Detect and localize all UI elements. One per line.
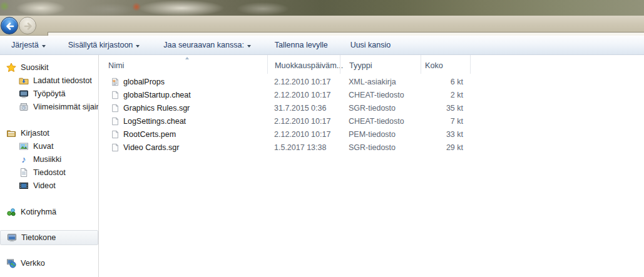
sidebar-item-label: Videot	[33, 181, 56, 190]
sidebar-section-homegroup[interactable]: Kotiryhmä	[0, 205, 98, 218]
column-headers: Nimi Muokkauspäiväm... Tyyppi Koko	[99, 55, 644, 74]
sidebar-item-pictures[interactable]: Kuvat	[0, 139, 98, 153]
column-header-type[interactable]: Tyyppi	[340, 55, 421, 74]
burn-to-disc-label: Tallenna levylle	[275, 41, 328, 49]
file-modified: 31.7.2015 0:36	[267, 104, 340, 113]
file-name: globalStartup.cheat	[123, 91, 191, 99]
organize-menu-button[interactable]: Järjestä	[8, 38, 49, 52]
content-area: Suosikit Ladatut tiedostot	[0, 55, 644, 277]
file-size: 7 kt	[421, 117, 471, 126]
file-size: 33 kt	[421, 130, 471, 139]
file-name: Graphics Rules.sgr	[123, 104, 190, 113]
sidebar-item-downloads[interactable]: Ladatut tiedostot	[0, 74, 98, 87]
sidebar-item-documents[interactable]: Tiedostot	[0, 166, 98, 179]
network-icon	[6, 258, 16, 268]
file-size: 35 kt	[421, 104, 471, 113]
chevron-down-icon	[247, 45, 251, 48]
sidebar-item-videos[interactable]: Videot	[0, 179, 98, 192]
sidebar-section-label: Kotiryhmä	[21, 208, 56, 216]
desktop-icon	[19, 89, 29, 99]
file-type: CHEAT-tiedosto	[340, 117, 421, 126]
sidebar-item-label: Viimeisimmät sijainni	[33, 103, 99, 111]
libraries-icon	[6, 128, 16, 138]
sidebar-item-label: Musiikki	[33, 155, 61, 164]
homegroup-icon	[6, 207, 16, 217]
file-modified: 2.12.2010 10:17	[267, 91, 340, 99]
file-name: Video Cards.sgr	[123, 143, 179, 152]
sidebar-section-network[interactable]: Verkko	[0, 256, 98, 269]
file-modified: 2.12.2010 10:17	[267, 130, 340, 139]
sidebar-item-music[interactable]: ♪ Musiikki	[0, 153, 98, 166]
table-row[interactable]: Video Cards.sgr 1.5.2017 13:38 SGR-tiedo…	[99, 141, 644, 154]
file-icon	[111, 143, 120, 152]
file-name: globalProps	[123, 78, 165, 86]
share-with-label: Jaa seuraavan kanssa:	[163, 41, 244, 49]
navigation-band: Tietokone Paikallinen levy (C:) Program …	[0, 16, 644, 36]
sidebar-item-desktop[interactable]: Työpöytä	[0, 87, 98, 100]
sidebar-item-label: Ladatut tiedostot	[33, 76, 92, 85]
file-size: 6 kt	[421, 78, 471, 86]
documents-icon	[19, 168, 29, 178]
burn-to-disc-button[interactable]: Tallenna levylle	[271, 38, 332, 52]
file-list-pane: Nimi Muokkauspäiväm... Tyyppi Koko	[99, 55, 644, 277]
file-type: PEM-tiedosto	[340, 130, 421, 139]
sidebar-section-label: Kirjastot	[21, 129, 49, 138]
file-name: RootCerts.pem	[123, 130, 176, 139]
sidebar-item-label: Työpöytä	[33, 89, 66, 98]
music-note-icon: ♪	[19, 154, 29, 164]
videos-icon	[19, 181, 29, 191]
explorer-window: Tietokone Paikallinen levy (C:) Program …	[0, 0, 644, 277]
sidebar-item-label: Kuvat	[33, 142, 53, 151]
table-row[interactable]: Graphics Rules.sgr 31.7.2015 0:36 SGR-ti…	[99, 101, 644, 114]
sidebar-section-label: Verkko	[21, 259, 45, 268]
file-icon	[111, 104, 120, 113]
sidebar-section-computer[interactable]: Tietokone	[0, 230, 98, 245]
file-modified: 2.12.2010 10:17	[267, 117, 340, 126]
sidebar-section-libraries[interactable]: Kirjastot	[0, 126, 98, 139]
column-header-name[interactable]: Nimi	[99, 55, 267, 74]
desktop-aero-blur-strip	[0, 0, 644, 16]
file-icon	[111, 130, 120, 139]
table-row[interactable]: globalProps 2.12.2010 10:17 XML-asiakirj…	[99, 75, 644, 88]
file-icon	[111, 91, 120, 99]
recent-places-icon	[19, 102, 29, 112]
file-type: SGR-tiedosto	[340, 143, 421, 152]
chevron-down-icon	[42, 45, 46, 48]
file-size: 2 kt	[421, 91, 471, 99]
file-icon	[111, 117, 120, 126]
pictures-icon	[19, 141, 29, 151]
computer-icon	[7, 233, 17, 243]
file-type: XML-asiakirja	[340, 78, 421, 86]
file-rows: globalProps 2.12.2010 10:17 XML-asiakirj…	[99, 75, 644, 154]
command-toolbar: Järjestä Sisällytä kirjastoon Jaa seuraa…	[0, 36, 644, 55]
navigation-pane: Suosikit Ladatut tiedostot	[0, 55, 99, 277]
table-row[interactable]: RootCerts.pem 2.12.2010 10:17 PEM-tiedos…	[99, 128, 644, 141]
file-type: SGR-tiedosto	[340, 104, 421, 113]
sidebar-section-label: Suosikit	[21, 63, 48, 72]
file-modified: 1.5.2017 13:38	[267, 143, 340, 152]
chevron-down-icon	[136, 45, 140, 48]
forward-button[interactable]	[19, 17, 36, 34]
organize-menu-label: Järjestä	[11, 41, 39, 49]
star-icon	[6, 63, 16, 73]
file-type: CHEAT-tiedosto	[340, 91, 421, 99]
back-button[interactable]	[1, 17, 18, 34]
file-modified: 2.12.2010 10:17	[267, 78, 340, 86]
downloads-folder-icon	[19, 76, 29, 86]
column-header-modified[interactable]: Muokkauspäiväm...	[267, 55, 340, 74]
new-folder-label: Uusi kansio	[350, 41, 391, 49]
sidebar-section-favorites[interactable]: Suosikit	[0, 61, 98, 74]
new-folder-button[interactable]: Uusi kansio	[347, 38, 395, 52]
sidebar-item-recent-places[interactable]: Viimeisimmät sijainni	[0, 100, 98, 113]
file-size: 29 kt	[421, 143, 471, 152]
include-in-library-button[interactable]: Sisällytä kirjastoon	[64, 38, 144, 52]
table-row[interactable]: globalStartup.cheat 2.12.2010 10:17 CHEA…	[99, 88, 644, 101]
forward-arrow-icon	[19, 18, 37, 35]
sidebar-item-label: Tiedostot	[33, 168, 66, 177]
column-header-size[interactable]: Koko	[421, 55, 471, 74]
back-arrow-icon	[1, 18, 19, 35]
share-with-button[interactable]: Jaa seuraavan kanssa:	[160, 38, 255, 52]
sidebar-section-label: Tietokone	[21, 233, 56, 242]
table-row[interactable]: LogSettings.cheat 2.12.2010 10:17 CHEAT-…	[99, 114, 644, 128]
include-in-library-label: Sisällytä kirjastoon	[68, 41, 133, 49]
